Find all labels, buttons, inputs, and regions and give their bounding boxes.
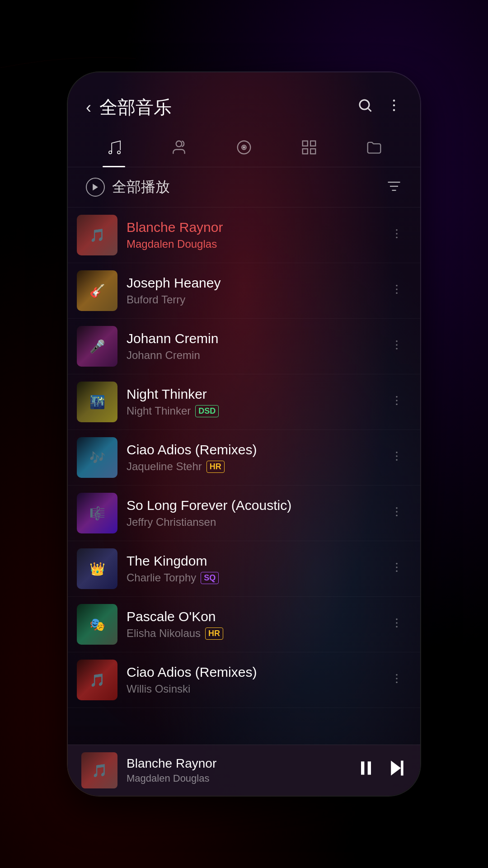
track-artist: Johann Cremin xyxy=(127,349,378,362)
svg-point-27 xyxy=(396,400,398,401)
track-item[interactable]: 🎸 Joseph Heaney Buford Terry xyxy=(68,263,420,319)
track-more-button[interactable] xyxy=(387,501,407,525)
play-all-button[interactable] xyxy=(86,178,105,197)
svg-point-36 xyxy=(396,566,398,568)
tab-folders[interactable] xyxy=(357,133,392,167)
track-more-button[interactable] xyxy=(387,335,407,359)
track-title: So Long Forever (Acoustic) xyxy=(127,498,378,513)
track-thumbnail: 👑 xyxy=(77,548,117,589)
track-artist: Night Thinker DSD xyxy=(127,405,378,417)
track-item[interactable]: 🎤 Johann Cremin Johann Cremin xyxy=(68,319,420,374)
svg-point-35 xyxy=(396,563,398,565)
playlist-tab-icon xyxy=(300,139,318,160)
now-playing-artist: Magdalen Douglas xyxy=(127,773,347,784)
track-info: Joseph Heaney Buford Terry xyxy=(127,275,378,306)
track-item[interactable]: 🌃 Night Thinker Night Thinker DSD xyxy=(68,374,420,430)
track-thumbnail: 🎭 xyxy=(77,604,117,645)
svg-point-5 xyxy=(176,141,182,147)
svg-marker-13 xyxy=(93,184,98,191)
track-info: Night Thinker Night Thinker DSD xyxy=(127,387,378,417)
svg-point-19 xyxy=(396,236,398,238)
svg-point-37 xyxy=(396,570,398,572)
svg-point-0 xyxy=(360,100,369,109)
track-list: 🎵 Blanche Raynor Magdalen Douglas 🎸 xyxy=(68,208,420,745)
track-more-button[interactable] xyxy=(387,557,407,581)
track-more-button[interactable] xyxy=(387,390,407,414)
track-info: Ciao Adios (Remixes) Jaqueline Stehr HR xyxy=(127,442,378,473)
svg-point-32 xyxy=(396,507,398,509)
now-playing-bar[interactable]: 🎵 Blanche Raynor Magdalen Douglas xyxy=(68,745,420,796)
track-title: Ciao Adios (Remixes) xyxy=(127,442,378,458)
play-all-left: 全部播放 xyxy=(86,177,170,197)
track-item[interactable]: 🎶 Ciao Adios (Remixes) Jaqueline Stehr H… xyxy=(68,430,420,486)
svg-point-40 xyxy=(396,626,398,627)
tab-songs[interactable] xyxy=(96,133,131,167)
track-item[interactable]: 🎭 Pascale O'Kon Elisha Nikolaus HR xyxy=(68,597,420,652)
svg-point-17 xyxy=(396,229,398,231)
albums-tab-icon xyxy=(235,139,253,160)
play-all-label: 全部播放 xyxy=(112,177,170,197)
track-more-button[interactable] xyxy=(387,613,407,637)
svg-point-25 xyxy=(396,348,398,349)
svg-point-34 xyxy=(396,514,398,516)
svg-point-18 xyxy=(396,233,398,235)
track-thumbnail: 🎸 xyxy=(77,270,117,311)
svg-rect-9 xyxy=(303,141,308,146)
filter-button[interactable] xyxy=(386,178,402,196)
svg-point-2 xyxy=(393,104,395,107)
svg-point-29 xyxy=(396,452,398,453)
track-item[interactable]: 👑 The Kingdom Charlie Torphy SQ xyxy=(68,541,420,597)
track-artist: Jaqueline Stehr HR xyxy=(127,460,378,473)
back-button[interactable]: ‹ xyxy=(86,98,91,117)
svg-point-33 xyxy=(396,511,398,513)
track-thumbnail: 🎵 xyxy=(77,660,117,700)
svg-point-23 xyxy=(396,340,398,342)
nav-tabs xyxy=(68,129,420,167)
tab-albums[interactable] xyxy=(226,133,262,167)
svg-point-30 xyxy=(396,455,398,457)
track-thumbnail: 🎶 xyxy=(77,437,117,478)
search-icon[interactable] xyxy=(357,97,373,118)
track-item[interactable]: 🎵 Blanche Raynor Magdalen Douglas xyxy=(68,208,420,263)
track-more-button[interactable] xyxy=(387,279,407,303)
track-artist: Elisha Nikolaus HR xyxy=(127,627,378,640)
folders-tab-icon xyxy=(366,139,383,160)
next-button[interactable] xyxy=(387,758,407,783)
now-playing-title: Blanche Raynor xyxy=(127,756,347,771)
tab-artists[interactable] xyxy=(161,133,197,167)
svg-rect-12 xyxy=(310,149,315,154)
svg-point-28 xyxy=(396,403,398,405)
svg-point-24 xyxy=(396,344,398,346)
track-thumbnail: 🎵 xyxy=(77,215,117,255)
svg-point-43 xyxy=(396,681,398,683)
svg-rect-45 xyxy=(368,761,371,774)
svg-rect-10 xyxy=(310,141,315,146)
track-item[interactable]: 🎵 Ciao Adios (Remixes) Willis Osinski xyxy=(68,652,420,708)
header-right xyxy=(357,97,402,118)
header-left: ‹ 全部音乐 xyxy=(86,95,172,120)
topo-background xyxy=(0,0,136,68)
track-more-button[interactable] xyxy=(387,446,407,470)
track-title: Ciao Adios (Remixes) xyxy=(127,665,378,680)
quality-badge: DSD xyxy=(195,405,219,417)
track-title: Pascale O'Kon xyxy=(127,609,378,624)
more-menu-icon[interactable] xyxy=(386,97,402,118)
track-title: The Kingdom xyxy=(127,553,378,569)
songs-tab-icon xyxy=(105,139,122,160)
tab-playlist[interactable] xyxy=(291,133,327,167)
svg-point-42 xyxy=(396,678,398,679)
track-more-button[interactable] xyxy=(387,668,407,692)
svg-marker-46 xyxy=(391,761,401,776)
svg-point-26 xyxy=(396,396,398,398)
svg-point-1 xyxy=(393,99,395,102)
svg-point-31 xyxy=(396,459,398,461)
track-more-button[interactable] xyxy=(387,223,407,247)
track-item[interactable]: 🎼 So Long Forever (Acoustic) Jeffry Chri… xyxy=(68,486,420,541)
quality-badge: SQ xyxy=(201,572,219,584)
pause-button[interactable] xyxy=(356,758,376,783)
svg-point-21 xyxy=(396,288,398,290)
track-info: The Kingdom Charlie Torphy SQ xyxy=(127,553,378,584)
svg-point-3 xyxy=(393,109,395,111)
track-artist: Buford Terry xyxy=(127,293,378,306)
quality-badge: HR xyxy=(205,627,223,640)
